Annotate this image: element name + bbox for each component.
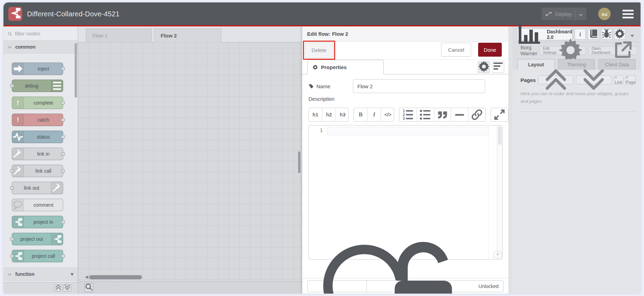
sidebar-options-caret-icon[interactable]: [630, 33, 634, 36]
editor-help-button[interactable]: ?: [494, 252, 501, 258]
palette-node-complete[interactable]: !complete: [12, 97, 63, 109]
palette-category-function[interactable]: function: [3, 268, 78, 281]
palette-node-link-call[interactable]: link call: [12, 165, 63, 177]
exclamation-icon: !: [12, 97, 24, 109]
dashboard-project-name: Borg Warner: [520, 44, 537, 56]
scroll-left-icon[interactable]: ◀: [85, 275, 88, 279]
zoom-reset-button[interactable]: [84, 283, 93, 292]
toolbar-group: 123: [399, 108, 486, 122]
code-button[interactable]: </>: [381, 108, 394, 121]
cancel-button[interactable]: Cancel: [441, 43, 471, 57]
project-logo-icon: [12, 216, 24, 228]
add-link-button[interactable]: + Link: [614, 75, 623, 84]
bold-button[interactable]: B: [354, 108, 367, 121]
flow-canvas[interactable]: [78, 42, 302, 281]
workspace: Flow 1 Flow 2 ◀: [78, 26, 302, 294]
palette-footer: [3, 282, 78, 294]
node-output-port: [61, 67, 65, 71]
palette-node-label: comment: [24, 199, 63, 211]
palette-node-project-out[interactable]: project out: [12, 233, 63, 245]
unordered-list-button[interactable]: [417, 108, 434, 121]
divider: [520, 112, 636, 112]
external-link-icon: [612, 39, 634, 61]
node-output-port: [61, 135, 65, 139]
lock-open-icon: [371, 234, 475, 294]
node-output-port: [61, 101, 65, 105]
palette-node-comment[interactable]: comment: [12, 199, 63, 211]
edit-settings-button[interactable]: Edit Settings: [540, 46, 586, 55]
h2-button[interactable]: h2: [322, 108, 336, 121]
palette-filter-input[interactable]: filter nodes: [3, 26, 78, 41]
sidebar-resize-handle[interactable]: [508, 26, 512, 294]
move-down-button[interactable]: [576, 75, 611, 84]
node-output-port: [61, 220, 65, 224]
pages-title: Pages: [520, 77, 536, 83]
horizontal-scrollbar[interactable]: ◀: [78, 275, 302, 279]
palette-node-label: catch: [24, 114, 63, 126]
dialog-tab-row: Properties: [302, 60, 508, 74]
name-input[interactable]: Flow 2: [353, 79, 485, 93]
palette-scroll-down-icon: ▼: [70, 272, 74, 277]
tab-properties[interactable]: Properties: [307, 60, 384, 74]
editor-scrollbar[interactable]: [497, 125, 502, 259]
horizontal-rule-button[interactable]: [451, 108, 468, 121]
node-input-port: [10, 186, 14, 190]
description-list-button[interactable]: [492, 61, 504, 73]
h3-button[interactable]: h3: [336, 108, 349, 121]
delete-button[interactable]: Delete: [305, 42, 333, 58]
palette-node-catch[interactable]: !catch: [12, 114, 63, 126]
palette-node-project-in[interactable]: project in: [12, 216, 63, 228]
palette-node-project-call[interactable]: project call: [12, 250, 63, 262]
deploy-button[interactable]: Deploy: [542, 8, 586, 20]
tab-flow-1[interactable]: Flow 1: [86, 28, 152, 42]
description-label: Description: [308, 96, 334, 102]
italic-button[interactable]: I: [367, 108, 381, 121]
right-sidebar: Dashboard 2.0 i Borg Warner Edit Setting…: [512, 26, 641, 294]
palette-node-label: project in: [24, 216, 63, 228]
debug-tab-button[interactable]: [601, 29, 612, 40]
toolbar-group: [491, 108, 508, 122]
node-red-logo-icon: [8, 7, 22, 21]
help-tab-button[interactable]: [588, 29, 599, 40]
ordered-list-button[interactable]: 123: [399, 108, 417, 121]
palette-node-label: inject: [24, 63, 63, 75]
exclamation-icon: !: [12, 114, 24, 126]
chevron-down-icon: [8, 272, 12, 276]
bug-icon: [601, 28, 612, 40]
quote-button[interactable]: [434, 108, 451, 121]
edit-properties-button[interactable]: [478, 61, 490, 73]
menu-button[interactable]: [622, 10, 634, 18]
deploy-options-caret-icon[interactable]: [579, 12, 583, 16]
add-page-button[interactable]: + Page: [626, 75, 636, 84]
palette-category-common[interactable]: common: [3, 40, 78, 54]
palette-node-link-out[interactable]: link out: [12, 182, 63, 194]
tab-flow-2[interactable]: Flow 2: [154, 28, 221, 42]
dialog-footer: Enabled Unlocked: [302, 278, 508, 294]
pages-header: Pages + Link + Page: [512, 70, 641, 84]
tray-resize-grip[interactable]: [298, 151, 300, 173]
done-button[interactable]: Done: [478, 43, 502, 57]
editor-line-number: 1: [309, 128, 323, 133]
expand-all-button[interactable]: [63, 285, 71, 291]
flow-lock-toggle[interactable]: Unlocked: [366, 280, 503, 292]
config-tab-button[interactable]: [614, 29, 625, 40]
avatar[interactable]: su: [598, 8, 611, 20]
palette-node-link-in[interactable]: link in: [12, 148, 63, 160]
collapse-all-button[interactable]: [54, 285, 62, 291]
palette-scrollbar-thumb[interactable]: [75, 43, 77, 98]
expand-button[interactable]: [491, 108, 508, 121]
open-dashboard-button[interactable]: Open Dashboard: [588, 46, 637, 55]
node-input-port: [10, 169, 14, 173]
arrow-right-icon: [12, 63, 24, 75]
palette-node-status[interactable]: status: [12, 131, 63, 143]
palette-node-inject[interactable]: inject: [12, 63, 63, 75]
node-input-port: [10, 237, 14, 241]
workspace-footer: [78, 281, 302, 294]
move-up-button[interactable]: [538, 75, 574, 84]
h1-button[interactable]: h1: [309, 108, 322, 121]
link-button[interactable]: [468, 108, 485, 121]
link-node-icon: [12, 148, 24, 160]
project-logo-icon: [12, 250, 24, 262]
palette-node-debug[interactable]: debug: [12, 80, 63, 92]
horizontal-scrollbar-thumb[interactable]: [89, 275, 142, 279]
